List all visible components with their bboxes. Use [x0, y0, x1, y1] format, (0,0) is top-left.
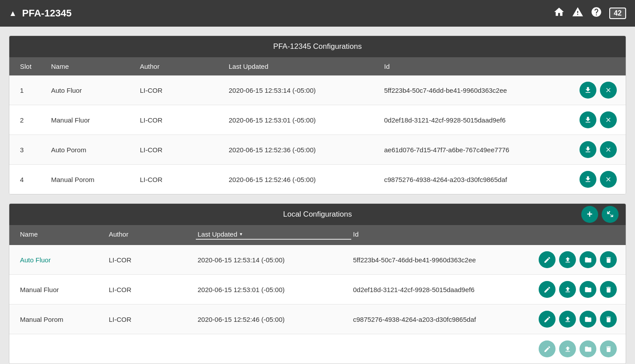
pfa-row2-name: Manual Fluor	[49, 116, 138, 124]
last-updated-label: Last Updated	[198, 230, 237, 238]
notification-badge[interactable]: 42	[609, 8, 626, 19]
pfa-row1-id: 5ff223b4-50c7-46dd-be41-9960d363c2ee	[382, 87, 559, 94]
local-row3-upload-button[interactable]	[559, 311, 576, 328]
pfa-col-actions	[559, 63, 617, 70]
local-card-header: Local Configurations +	[9, 204, 626, 225]
local-col-actions	[537, 230, 617, 240]
local-col-id: Id	[351, 230, 537, 240]
local-header-actions: +	[581, 206, 619, 223]
pfa-row3-author: LI-COR	[138, 146, 227, 154]
local-table-row: Auto Fluor LI-COR 2020-06-15 12:53:14 (-…	[9, 245, 626, 275]
local-row4-delete-button[interactable]	[600, 340, 617, 357]
local-row1-folder-button[interactable]	[579, 251, 596, 268]
pfa-col-author: Author	[138, 63, 227, 70]
local-row3-name: Manual Porom	[18, 316, 107, 323]
local-row3-delete-button[interactable]	[600, 311, 617, 328]
pfa-col-last-updated: Last Updated	[227, 63, 382, 70]
local-row1-actions	[537, 251, 617, 268]
sort-arrow-icon: ▾	[240, 231, 242, 237]
local-table-row: Manual Porom LI-COR 2020-06-15 12:52:46 …	[9, 305, 626, 334]
local-row4-folder-button[interactable]	[579, 340, 596, 357]
local-row1-author: LI-COR	[107, 256, 196, 264]
local-row3-edit-button[interactable]	[539, 311, 556, 328]
pfa-row1-delete-button[interactable]	[600, 82, 617, 99]
pfa-row4-actions	[559, 171, 617, 188]
alert-icon[interactable]	[572, 6, 583, 20]
local-col-name: Name	[18, 230, 107, 240]
pfa-row2-id: 0d2ef18d-3121-42cf-9928-5015daad9ef6	[382, 116, 559, 124]
pfa-row3-delete-button[interactable]	[600, 141, 617, 158]
local-row3-id: c9875276-4938-4264-a203-d30fc9865daf	[351, 316, 537, 323]
pfa-row2-delete-button[interactable]	[600, 111, 617, 128]
pfa-table-row: 2 Manual Fluor LI-COR 2020-06-15 12:53:0…	[9, 105, 626, 135]
local-table-headers: Name Author Last Updated ▾ Id	[9, 225, 626, 245]
pfa-row1-actions	[559, 82, 617, 99]
local-row2-upload-button[interactable]	[559, 281, 576, 298]
pfa-row2-updated: 2020-06-15 12:53:01 (-05:00)	[227, 116, 382, 124]
pfa-row3-slot: 3	[18, 146, 49, 154]
local-table-title: Local Configurations	[283, 210, 352, 219]
local-row4-edit-button[interactable]	[539, 340, 556, 357]
pfa-table-title: PFA-12345 Configurations	[273, 42, 361, 51]
pfa-row3-name: Auto Porom	[49, 146, 138, 154]
local-row1-name: Auto Fluor	[18, 256, 107, 264]
pfa-card-header: PFA-12345 Configurations	[9, 36, 626, 57]
help-icon[interactable]	[591, 6, 602, 20]
local-row4-upload-button[interactable]	[559, 340, 576, 357]
header-right: 42	[553, 6, 626, 20]
pfa-row3-updated: 2020-06-15 12:52:36 (-05:00)	[227, 146, 382, 154]
header-left: ▲ PFA-12345	[9, 8, 71, 19]
pfa-row4-slot: 4	[18, 176, 49, 183]
local-row2-delete-button[interactable]	[600, 281, 617, 298]
local-col-last-updated[interactable]: Last Updated ▾	[196, 230, 351, 240]
pfa-row4-updated: 2020-06-15 12:52:46 (-05:00)	[227, 176, 382, 183]
local-row2-updated: 2020-06-15 12:53:01 (-05:00)	[196, 286, 351, 293]
pfa-table-headers: Slot Name Author Last Updated Id	[9, 57, 626, 75]
pfa-configurations-card: PFA-12345 Configurations Slot Name Autho…	[9, 36, 626, 194]
local-row2-id: 0d2ef18d-3121-42cf-9928-5015daad9ef6	[351, 286, 537, 293]
local-row2-name: Manual Fluor	[18, 286, 107, 293]
pfa-col-id: Id	[382, 63, 559, 70]
pfa-row1-author: LI-COR	[138, 87, 227, 94]
pfa-table-row: 3 Auto Porom LI-COR 2020-06-15 12:52:36 …	[9, 135, 626, 165]
pfa-row2-download-button[interactable]	[579, 111, 596, 128]
local-configurations-card: Local Configurations + Name Author Last …	[9, 203, 626, 364]
pfa-row2-author: LI-COR	[138, 116, 227, 124]
pfa-row1-slot: 1	[18, 87, 49, 94]
pfa-row1-download-button[interactable]	[579, 82, 596, 99]
local-row3-folder-button[interactable]	[579, 311, 596, 328]
pfa-row4-download-button[interactable]	[579, 171, 596, 188]
pfa-row4-author: LI-COR	[138, 176, 227, 183]
chevron-up-icon[interactable]: ▲	[9, 9, 17, 18]
local-table-row: Manual Fluor LI-COR 2020-06-15 12:53:01 …	[9, 275, 626, 305]
local-row2-author: LI-COR	[107, 286, 196, 293]
app-title: PFA-12345	[22, 8, 71, 19]
pfa-row1-updated: 2020-06-15 12:53:14 (-05:00)	[227, 87, 382, 94]
local-row4-actions	[537, 340, 617, 357]
pfa-row3-actions	[559, 141, 617, 158]
pfa-row2-slot: 2	[18, 116, 49, 124]
local-row1-delete-button[interactable]	[600, 251, 617, 268]
pfa-row1-name: Auto Fluor	[49, 87, 138, 94]
local-row3-updated: 2020-06-15 12:52:46 (-05:00)	[196, 316, 351, 323]
pfa-table-row: 1 Auto Fluor LI-COR 2020-06-15 12:53:14 …	[9, 75, 626, 105]
local-table-row-partial	[9, 334, 626, 364]
app-header: ▲ PFA-12345 42	[0, 0, 635, 27]
main-content: PFA-12345 Configurations Slot Name Autho…	[0, 27, 635, 364]
pfa-row4-delete-button[interactable]	[600, 171, 617, 188]
local-row1-upload-button[interactable]	[559, 251, 576, 268]
home-icon[interactable]	[553, 6, 565, 20]
local-export-button[interactable]	[602, 206, 619, 223]
pfa-row2-actions	[559, 111, 617, 128]
local-row2-actions	[537, 281, 617, 298]
pfa-col-name: Name	[49, 63, 138, 70]
pfa-col-slot: Slot	[18, 63, 49, 70]
local-row1-id: 5ff223b4-50c7-46dd-be41-9960d363c2ee	[351, 256, 537, 264]
local-row2-folder-button[interactable]	[579, 281, 596, 298]
local-add-button[interactable]: +	[581, 206, 598, 223]
local-row2-edit-button[interactable]	[539, 281, 556, 298]
local-row1-edit-button[interactable]	[539, 251, 556, 268]
pfa-row3-download-button[interactable]	[579, 141, 596, 158]
pfa-row4-id: c9875276-4938-4264-a203-d30fc9865daf	[382, 176, 559, 183]
local-row3-author: LI-COR	[107, 316, 196, 323]
